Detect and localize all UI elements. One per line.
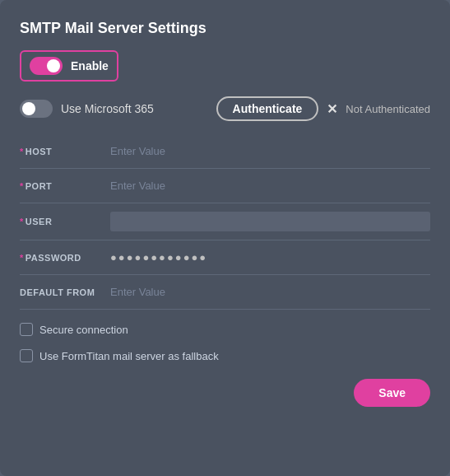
default-from-label: DEFAULT FROM [20, 287, 110, 297]
user-field-group: *USER [20, 203, 430, 240]
enable-toggle[interactable] [30, 57, 63, 75]
secure-connection-label: Secure connection [39, 324, 128, 336]
port-label: *PORT [20, 181, 110, 191]
not-authenticated-text: Not Authenticated [346, 103, 430, 115]
ms365-left: Use Microsoft 365 [20, 100, 216, 118]
enable-label: Enable [71, 59, 109, 72]
secure-connection-row: Secure connection [20, 323, 430, 336]
fallback-label: Use FormTitan mail server as fallback [39, 350, 219, 362]
authenticate-button[interactable]: Authenticate [216, 96, 319, 121]
port-field-group: *PORT [20, 169, 430, 203]
password-label: *PASSWORD [20, 253, 110, 263]
fallback-row: Use FormTitan mail server as fallback [20, 349, 430, 362]
smtp-settings-panel: SMTP Mail Server Settings Enable Use Mic… [0, 0, 450, 476]
default-from-field-group: DEFAULT FROM [20, 275, 430, 310]
user-input[interactable] [110, 212, 430, 231]
ms365-toggle[interactable] [20, 100, 53, 118]
fallback-checkbox[interactable] [20, 349, 33, 362]
host-label: *HOST [20, 147, 110, 156]
password-dots: ●●●●●●●●●●●● [110, 251, 430, 264]
ms365-row: Use Microsoft 365 Authenticate ✕ Not Aut… [20, 96, 430, 121]
not-authenticated-icon: ✕ [327, 101, 337, 117]
ms365-right: Authenticate ✕ Not Authenticated [216, 96, 430, 121]
save-row: Save [20, 379, 430, 407]
password-field-group: *PASSWORD ●●●●●●●●●●●● [20, 240, 430, 275]
ms365-label: Use Microsoft 365 [61, 102, 154, 115]
save-button[interactable]: Save [354, 379, 430, 407]
port-input[interactable] [110, 180, 430, 192]
secure-connection-checkbox[interactable] [20, 323, 33, 336]
panel-title: SMTP Mail Server Settings [20, 20, 430, 37]
user-label: *USER [20, 217, 110, 226]
default-from-input[interactable] [110, 286, 430, 298]
enable-row[interactable]: Enable [20, 50, 118, 82]
host-input[interactable] [110, 145, 430, 157]
host-field-group: *HOST [20, 134, 430, 169]
